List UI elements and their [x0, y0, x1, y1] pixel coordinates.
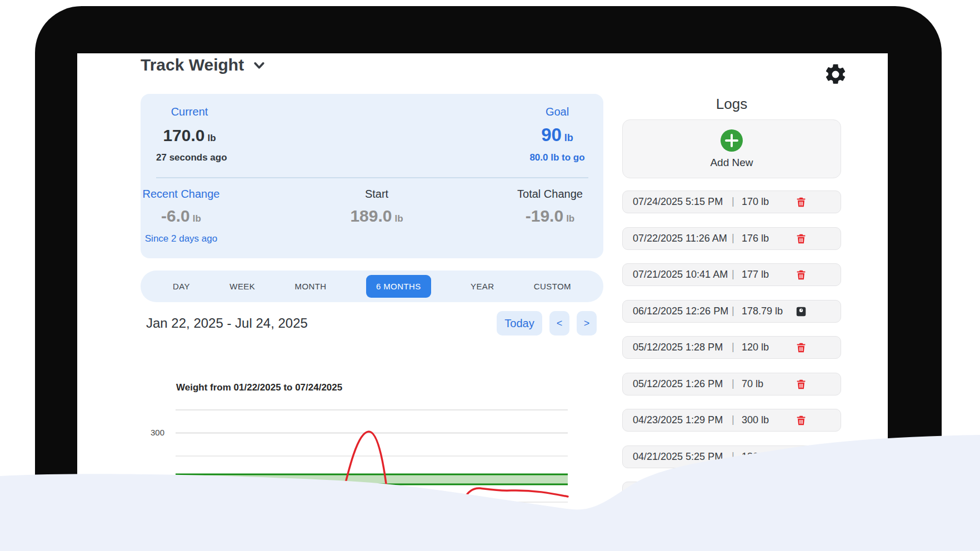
start-block: Start 189.0lb [332, 188, 421, 226]
weight-line-chart [167, 394, 572, 551]
log-weight: 120 lb [742, 342, 769, 353]
chart-title: Weight from 01/22/2025 to 07/24/2025 [176, 382, 342, 393]
start-value: 189.0lb [332, 207, 421, 226]
log-weight: 70 lb [742, 378, 763, 390]
goal-label: Goal [525, 106, 589, 118]
recent-change-value: -6.0lb [137, 207, 226, 226]
log-weight: 170 lb [742, 196, 769, 208]
range-tabs: DAY WEEK MONTH 6 MONTHS YEAR CUSTOM [141, 271, 603, 302]
delete-trash-icon[interactable] [795, 341, 807, 354]
tab-month[interactable]: MONTH [295, 282, 327, 291]
log-separator: | [732, 268, 734, 280]
log-row[interactable]: 05/12/2025 1:28 PM | 120 lb [622, 336, 841, 359]
add-new-button[interactable]: Add New [622, 119, 841, 178]
log-separator: | [732, 450, 734, 462]
tab-week[interactable]: WEEK [229, 282, 255, 291]
log-row[interactable]: 04/23/2025 1:29 PM | 300 lb [622, 409, 841, 432]
log-datetime: 05/12/2025 1:28 PM [633, 342, 723, 353]
scale-source-icon [795, 305, 807, 318]
current-block: Current 170.0lb 27 seconds ago [156, 106, 223, 163]
log-datetime: 07/22/2025 11:26 AM [633, 233, 727, 244]
log-weight: 176 lb [742, 233, 769, 244]
tab-day[interactable]: DAY [173, 282, 190, 291]
delete-trash-icon[interactable] [795, 414, 807, 427]
date-range-label: Jan 22, 2025 - Jul 24, 2025 [146, 315, 308, 331]
log-separator: | [732, 196, 734, 207]
log-datetime: 07/24/2025 5:15 PM [633, 196, 723, 208]
summary-divider [156, 177, 588, 178]
current-label: Current [156, 106, 223, 118]
delete-trash-icon[interactable] [795, 378, 807, 391]
tab-custom[interactable]: CUSTOM [534, 282, 571, 291]
log-row-partial[interactable] [622, 482, 841, 504]
delete-trash-icon[interactable] [795, 268, 807, 282]
page-title[interactable]: Track Weight [141, 56, 267, 74]
log-datetime: 07/21/2025 10:41 AM [633, 269, 728, 280]
goal-value: 90lb [525, 124, 589, 146]
log-separator: | [732, 378, 734, 389]
chart-gridlines [176, 410, 568, 502]
page-title-label: Track Weight [141, 56, 244, 74]
log-datetime: 05/12/2025 1:26 PM [633, 378, 723, 390]
today-button[interactable]: Today [497, 311, 542, 335]
log-weight: 178.79 lb [742, 305, 783, 317]
total-change-block: Total Change -19.0lb [508, 188, 592, 226]
next-range-button[interactable]: > [577, 311, 597, 335]
logs-title: Logs [622, 96, 841, 113]
delete-trash-icon[interactable] [795, 232, 807, 246]
log-datetime: 06/12/2025 12:26 PM [633, 305, 728, 317]
prev-range-button[interactable]: < [549, 311, 569, 335]
recent-change-block: Recent Change -6.0lb Since 2 days ago [137, 188, 226, 244]
current-timestamp: 27 seconds ago [156, 152, 223, 163]
current-value: 170.0lb [156, 126, 223, 145]
delete-trash-icon[interactable] [795, 196, 807, 209]
log-weight: 177 lb [742, 269, 769, 280]
log-separator: | [732, 341, 734, 353]
log-weight: 300 lb [742, 414, 769, 426]
chevron-down-icon[interactable] [252, 58, 267, 73]
log-datetime: 04/23/2025 1:29 PM [633, 414, 723, 426]
y-axis-tick-300: 300 [140, 428, 164, 437]
total-change-label: Total Change [508, 188, 592, 201]
add-new-label: Add New [623, 157, 841, 169]
log-row[interactable]: 07/22/2025 11:26 AM | 176 lb [622, 227, 841, 250]
settings-gear-icon[interactable] [823, 62, 848, 87]
recent-change-label: Recent Change [137, 188, 226, 201]
log-weight: 180 lb [742, 451, 769, 463]
goal-to-go: 80.0 lb to go [525, 152, 589, 163]
log-datetime: 04/21/2025 5:25 PM [633, 451, 723, 463]
log-row[interactable]: 07/21/2025 10:41 AM | 177 lb [622, 263, 841, 286]
delete-trash-icon[interactable] [795, 450, 807, 464]
start-label: Start [332, 188, 421, 201]
log-row[interactable]: 04/21/2025 5:25 PM | 180 lb [622, 445, 841, 468]
goal-block: Goal 90lb 80.0 lb to go [525, 106, 589, 163]
total-change-value: -19.0lb [508, 207, 592, 226]
log-separator: | [732, 414, 734, 425]
add-plus-icon [720, 129, 743, 152]
log-separator: | [732, 232, 734, 244]
log-row[interactable]: 06/12/2025 12:26 PM | 178.79 lb [622, 300, 841, 323]
recent-change-since: Since 2 days ago [137, 233, 226, 244]
tab-6-months[interactable]: 6 MONTHS [366, 275, 431, 298]
goal-band [176, 474, 568, 484]
tab-year[interactable]: YEAR [471, 282, 494, 291]
log-separator: | [732, 305, 734, 317]
log-row[interactable]: 07/24/2025 5:15 PM | 170 lb [622, 191, 841, 213]
log-row[interactable]: 05/12/2025 1:26 PM | 70 lb [622, 373, 841, 395]
